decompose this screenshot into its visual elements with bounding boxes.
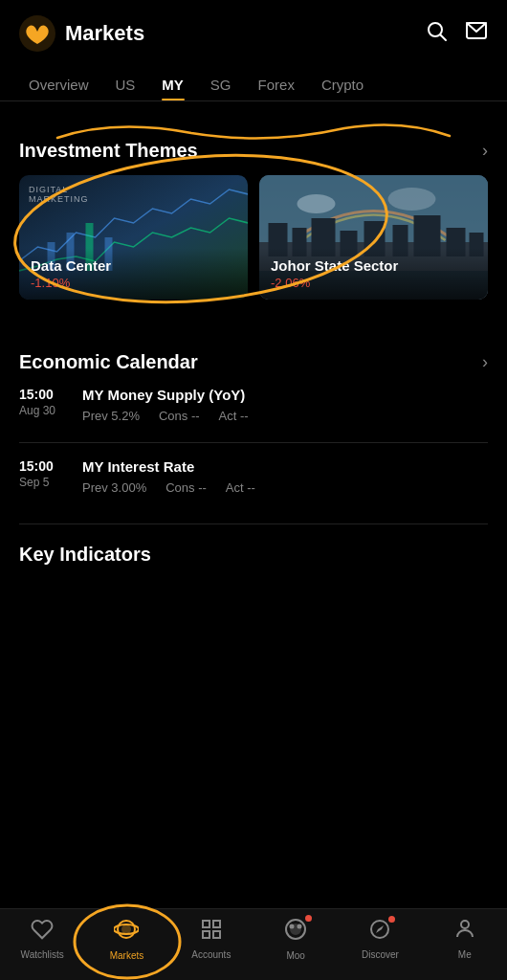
event-1-prev: Prev 5.2% (82, 409, 140, 423)
theme-cards: DIGITALMARKETING Data Center -1.10% (19, 175, 488, 300)
economic-calendar-arrow[interactable]: › (482, 352, 488, 372)
nav-item-accounts[interactable]: Accounts (169, 918, 254, 960)
moo-icon (283, 917, 308, 947)
key-indicators-section: Key Indicators (0, 524, 507, 589)
svg-point-12 (298, 194, 336, 213)
svg-point-28 (121, 924, 131, 934)
event-2-date: Sep 5 (19, 476, 69, 489)
tab-overview[interactable]: Overview (15, 69, 102, 100)
event-2-details: MY Interest Rate Prev 3.00% Cons -- Act … (82, 458, 488, 495)
event-2-prev: Prev 3.00% (82, 480, 146, 495)
event-2-act: Act -- (226, 480, 255, 495)
grid-icon (200, 918, 223, 947)
investment-themes-title: Investment Themes (19, 140, 198, 162)
calendar-event-2: 15:00 Sep 5 MY Interest Rate Prev 3.00% … (19, 458, 488, 495)
theme-card-johor[interactable]: Johor State Sector -2.06% (259, 175, 488, 300)
svg-rect-29 (203, 921, 209, 927)
event-1-act: Act -- (219, 409, 249, 423)
card-sublabel: DIGITALMARKETING (29, 185, 89, 204)
event-1-time-block: 15:00 Aug 30 (19, 387, 69, 423)
event-1-date: Aug 30 (19, 404, 69, 417)
calendar-event-1: 15:00 Aug 30 MY Money Supply (YoY) Prev … (19, 387, 488, 423)
svg-rect-31 (203, 931, 209, 938)
event-1-time: 15:00 (19, 387, 69, 402)
event-1-stats: Prev 5.2% Cons -- Act -- (82, 409, 488, 423)
header-left: Markets (19, 15, 144, 52)
economic-calendar-title: Economic Calendar (19, 351, 198, 373)
watchlists-label: Watchlists (21, 949, 64, 960)
logo-icon (19, 15, 55, 52)
event-1-name: MY Money Supply (YoY) (82, 387, 488, 403)
tab-my[interactable]: MY (148, 69, 197, 100)
johor-change: -2.06% (271, 276, 476, 290)
nav-tabs: Overview US MY SG Forex Crypto (0, 63, 507, 101)
moo-badge (305, 915, 312, 922)
data-center-change: -1.10% (31, 276, 236, 290)
tab-crypto[interactable]: Crypto (308, 69, 377, 100)
bottom-nav: Watchlists Markets Accounts (0, 908, 507, 980)
event-2-time-block: 15:00 Sep 5 (19, 458, 69, 495)
investment-themes-header: Investment Themes › (19, 140, 488, 162)
mail-icon[interactable] (465, 19, 488, 48)
nav-item-markets[interactable]: Markets (84, 917, 168, 961)
svg-rect-32 (213, 931, 220, 938)
svg-point-13 (388, 188, 436, 211)
event-2-cons: Cons -- (165, 480, 207, 495)
compass-icon (368, 918, 391, 947)
me-label: Me (458, 949, 472, 960)
header: Markets (0, 0, 507, 63)
markets-label: Markets (110, 950, 144, 961)
header-icons (425, 19, 488, 48)
svg-point-36 (298, 925, 301, 928)
discover-badge (388, 916, 395, 923)
event-1-cons: Cons -- (159, 409, 200, 423)
planet-icon (114, 917, 139, 947)
theme-card-data-center[interactable]: DIGITALMARKETING Data Center -1.10% (19, 175, 248, 300)
event-1-details: MY Money Supply (YoY) Prev 5.2% Cons -- … (82, 387, 488, 423)
economic-calendar-header: Economic Calendar › (19, 351, 488, 373)
event-2-stats: Prev 3.00% Cons -- Act -- (82, 480, 488, 495)
data-center-name: Data Center (31, 257, 236, 274)
tab-us[interactable]: US (102, 69, 149, 100)
tab-forex[interactable]: Forex (245, 69, 308, 100)
svg-line-2 (441, 35, 447, 41)
nav-item-me[interactable]: Me (423, 918, 507, 960)
nav-item-moo[interactable]: Moo (254, 917, 338, 961)
economic-calendar-section: Economic Calendar › 15:00 Aug 30 MY Mone… (0, 332, 507, 523)
moo-label: Moo (286, 950, 304, 961)
svg-marker-38 (376, 925, 384, 933)
person-icon (453, 918, 476, 947)
svg-point-35 (291, 925, 294, 928)
event-2-name: MY Interest Rate (82, 458, 488, 475)
nav-item-discover[interactable]: Discover (338, 918, 422, 960)
page-title: Markets (65, 21, 144, 46)
johor-overlay: Johor State Sector -2.06% (259, 248, 488, 300)
data-center-overlay: Data Center -1.10% (19, 248, 248, 300)
investment-themes-arrow[interactable]: › (482, 141, 488, 161)
tab-sg[interactable]: SG (197, 69, 245, 100)
nav-item-watchlists[interactable]: Watchlists (0, 918, 84, 960)
search-icon[interactable] (425, 19, 448, 48)
svg-point-39 (461, 921, 469, 928)
johor-name: Johor State Sector (271, 257, 476, 274)
investment-themes-section: Investment Themes › (0, 101, 507, 309)
key-indicators-header: Key Indicators (19, 544, 488, 566)
accounts-label: Accounts (191, 949, 231, 960)
heart-icon (31, 918, 54, 947)
svg-rect-30 (213, 921, 220, 927)
discover-label: Discover (362, 949, 399, 960)
event-2-time: 15:00 (19, 458, 69, 474)
key-indicators-title: Key Indicators (19, 544, 151, 566)
